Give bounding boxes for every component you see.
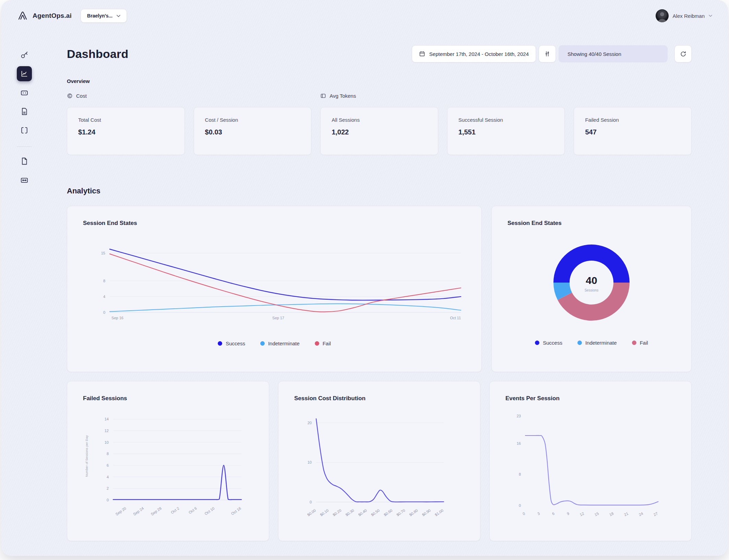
filter-button[interactable] (539, 45, 556, 62)
chart-card-events-per-session: Events Per Session 231680036912151821242… (489, 381, 692, 541)
legend-item[interactable]: Indeterminate (260, 341, 300, 346)
bot-icon (20, 88, 29, 97)
sidebar-item-sessions[interactable] (17, 85, 32, 100)
toggle-avg-tokens[interactable]: Avg Tokens (320, 93, 438, 99)
metric-toggles: Cost Avg Tokens (67, 93, 692, 99)
chevron-down-icon (709, 15, 712, 17)
legend-item[interactable]: Fail (315, 341, 331, 346)
svg-text:0: 0 (107, 498, 109, 502)
svg-text:15: 15 (594, 511, 599, 517)
legend-dot (260, 341, 265, 346)
svg-text:4: 4 (107, 475, 109, 479)
overview-cards: Total Cost $1.24 Cost / Session $0.03 Al… (67, 107, 692, 155)
agentops-logo-icon (17, 10, 28, 22)
chart-title: Events Per Session (505, 395, 676, 402)
coin-icon (67, 93, 73, 99)
sidebar-item-dashboard[interactable] (17, 66, 32, 81)
legend-item[interactable]: Fail (632, 340, 648, 346)
refresh-button[interactable] (674, 45, 692, 62)
svg-text:3: 3 (537, 511, 540, 516)
chart-title: Session End States (83, 220, 466, 227)
date-range-label: September 17th, 2024 - October 16th, 202… (429, 51, 529, 57)
session-cost-distribution-chart: 20100$0.00$0.10$0.20$0.30$0.40$0.50$0.60… (294, 407, 464, 527)
svg-text:0: 0 (522, 511, 526, 516)
main-content: Dashboard September 17th, 2024 - October… (48, 45, 728, 541)
legend-item[interactable]: Indeterminate (577, 340, 617, 346)
svg-text:4: 4 (103, 295, 105, 299)
stat-card-failed-session: Failed Session 547 (574, 107, 692, 155)
legend-label: Success (226, 341, 245, 346)
sidebar (1, 32, 48, 556)
showing-sessions-badge: Showing 40/40 Session (559, 45, 668, 62)
legend-dot (535, 341, 539, 345)
svg-text:Sep 20: Sep 20 (115, 506, 127, 516)
avatar (656, 9, 669, 22)
svg-text:Sep 24: Sep 24 (132, 506, 144, 516)
svg-text:21: 21 (623, 511, 629, 517)
legend-label: Fail (640, 340, 648, 346)
brackets-icon (20, 126, 29, 135)
svg-text:Oct 2: Oct 2 (170, 506, 180, 515)
svg-text:14: 14 (105, 417, 109, 421)
svg-text:2: 2 (107, 486, 109, 490)
file-icon (20, 157, 29, 166)
chart-legend: SuccessIndeterminateFail (507, 340, 676, 346)
legend-item[interactable]: Success (218, 341, 245, 346)
token-icon (320, 93, 326, 99)
stat-card-cost-per-session: Cost / Session $0.03 (194, 107, 312, 155)
svg-text:18: 18 (609, 511, 614, 517)
legend-dot (577, 341, 582, 345)
legend-dot (218, 341, 222, 346)
svg-text:Oct 11: Oct 11 (450, 316, 461, 320)
stat-card-all-sessions: All Sessions 1,022 (320, 107, 438, 155)
svg-text:Sep 16: Sep 16 (111, 316, 123, 320)
chart-title: Session Cost Distribution (294, 395, 464, 402)
user-menu[interactable]: Alex Reibman (656, 9, 712, 22)
sidebar-item-reports[interactable] (17, 104, 32, 119)
workspace-dropdown[interactable]: Braelyn's... (81, 9, 127, 23)
legend-label: Indeterminate (585, 340, 617, 346)
svg-text:16: 16 (517, 441, 521, 445)
key-icon (20, 50, 29, 59)
sliders-icon (544, 51, 550, 57)
svg-text:12: 12 (579, 511, 585, 517)
sidebar-item-playground[interactable] (17, 172, 32, 188)
svg-text:27: 27 (653, 511, 658, 517)
stat-card-total-cost: Total Cost $1.24 (67, 107, 185, 155)
svg-text:$0.30: $0.30 (345, 508, 355, 517)
stat-card-successful-session: Successful Session 1,551 (447, 107, 565, 155)
svg-text:Oct 10: Oct 10 (204, 506, 215, 516)
svg-text:$0.40: $0.40 (358, 508, 368, 517)
date-range-button[interactable]: September 17th, 2024 - October 16th, 202… (412, 45, 536, 62)
calendar-icon (419, 51, 425, 57)
chart-card-session-cost-distribution: Session Cost Distribution 20100$0.00$0.1… (278, 381, 480, 541)
svg-text:0: 0 (103, 310, 105, 314)
svg-text:Oct 6: Oct 6 (188, 506, 198, 515)
svg-text:$0.10: $0.10 (319, 508, 329, 517)
brand-logo[interactable]: AgentOps.ai (17, 10, 72, 22)
toggle-cost-label: Cost (76, 93, 87, 99)
legend-item[interactable]: Success (535, 340, 562, 346)
svg-text:10: 10 (105, 440, 109, 444)
sidebar-item-docs[interactable] (17, 154, 32, 169)
svg-text:23: 23 (517, 414, 521, 418)
legend-label: Indeterminate (268, 341, 300, 346)
svg-text:15: 15 (101, 251, 105, 255)
svg-text:Sep 17: Sep 17 (272, 316, 284, 320)
legend-label: Fail (323, 341, 331, 346)
svg-text:$0.00: $0.00 (307, 508, 316, 517)
sidebar-item-traces[interactable] (17, 123, 32, 138)
chevron-down-icon (117, 15, 120, 17)
page-title: Dashboard (67, 47, 128, 61)
svg-text:$0.60: $0.60 (383, 508, 393, 517)
chart-card-session-end-states-line: Session End States 15840Sep 16Sep 17Oct … (67, 206, 482, 372)
sidebar-item-api-keys[interactable] (17, 47, 32, 62)
chart-title: Failed Sessions (83, 395, 253, 402)
svg-text:12: 12 (105, 429, 109, 433)
legend-dot (315, 341, 319, 346)
toggle-cost[interactable]: Cost (67, 93, 185, 99)
legend-label: Success (543, 340, 562, 346)
svg-text:8: 8 (107, 452, 109, 456)
svg-text:$0.90: $0.90 (421, 508, 431, 517)
brand-name: AgentOps.ai (33, 12, 72, 20)
